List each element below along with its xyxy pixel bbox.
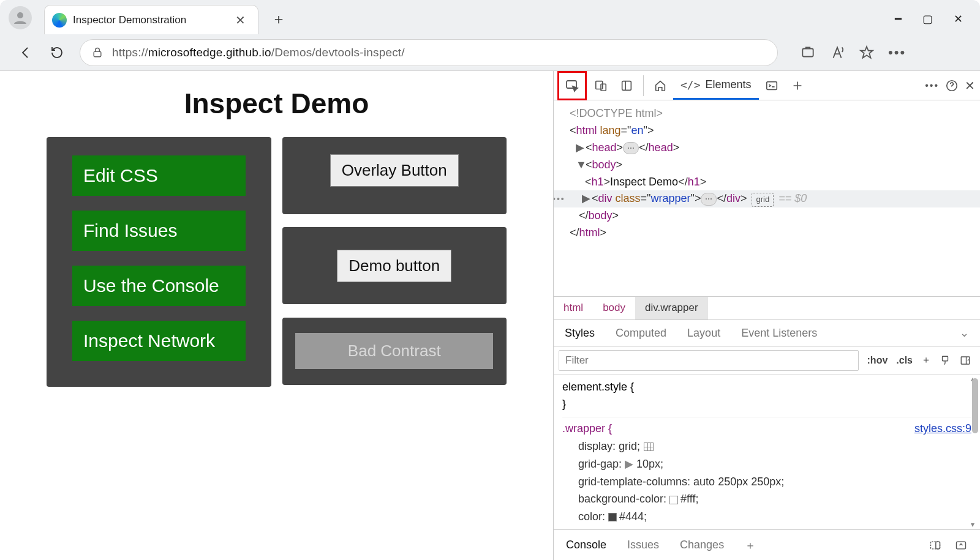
dom-breadcrumbs: html body div.wrapper xyxy=(554,296,980,320)
svg-rect-2 xyxy=(802,48,813,56)
computed-panel-icon[interactable] xyxy=(959,355,971,366)
console-tab-icon[interactable] xyxy=(759,73,785,99)
tab-computed[interactable]: Computed xyxy=(616,327,666,340)
card-bad: Bad Contrast xyxy=(282,318,507,385)
rendered-page: Inspect Demo Overlay Button Edit CSS Fin… xyxy=(0,71,553,560)
overlay-button[interactable]: Overlay Button xyxy=(330,154,459,187)
svg-rect-13 xyxy=(936,542,940,549)
link-edit-css[interactable]: Edit CSS xyxy=(72,155,246,196)
browser-titlebar: Inspector Demonstration ✕ ＋ ━ ▢ ✕ xyxy=(0,0,980,34)
svg-point-0 xyxy=(17,12,23,18)
styles-toolbar: :hov .cls ＋ xyxy=(554,347,980,374)
styles-tabstrip: Styles Computed Layout Event Listeners ⌄ xyxy=(554,320,980,347)
bad-contrast-button[interactable]: Bad Contrast xyxy=(295,333,493,369)
read-aloud-icon[interactable] xyxy=(829,45,845,61)
link-find-issues[interactable]: Find Issues xyxy=(72,211,246,251)
toolbar-right: ••• xyxy=(800,45,904,61)
maximize-icon[interactable]: ▢ xyxy=(922,12,933,26)
more-icon[interactable]: ••• xyxy=(888,45,904,61)
svg-rect-6 xyxy=(622,81,631,90)
address-bar: https://microsoftedge.github.io/Demos/de… xyxy=(0,34,980,71)
screencast-button[interactable] xyxy=(614,73,639,99)
drawer-console[interactable]: Console xyxy=(566,539,606,551)
card-links: Edit CSS Find Issues Use the Console Ins… xyxy=(47,137,271,387)
svg-rect-8 xyxy=(766,81,777,89)
url-text: https://microsoftedge.github.io/Demos/de… xyxy=(112,46,405,59)
tab-styles[interactable]: Styles xyxy=(565,327,595,340)
stylesheet-link[interactable]: styles.css:9 xyxy=(914,420,971,438)
tab-layout[interactable]: Layout xyxy=(687,327,720,340)
crumb-wrapper[interactable]: div.wrapper xyxy=(635,297,708,319)
url-box[interactable]: https://microsoftedge.github.io/Demos/de… xyxy=(80,39,778,66)
svg-rect-10 xyxy=(943,356,948,361)
page-title: Inspect Demo xyxy=(6,87,547,120)
card-demo: Demo button xyxy=(282,227,507,304)
new-tab-button[interactable]: ＋ xyxy=(267,7,290,31)
browser-tab[interactable]: Inspector Demonstration ✕ xyxy=(44,5,258,34)
inspect-element-button[interactable] xyxy=(557,71,587,100)
svg-rect-4 xyxy=(596,81,603,89)
dom-selected-node[interactable]: ▶<div class="wrapper">⋯</div>grid== $0 xyxy=(554,190,980,207)
styles-filter-input[interactable] xyxy=(559,350,859,371)
svg-rect-1 xyxy=(94,51,101,56)
svg-rect-14 xyxy=(957,542,966,549)
styles-more-icon[interactable]: ⌄ xyxy=(960,326,969,340)
reload-button[interactable] xyxy=(49,45,65,61)
drawer-changes[interactable]: Changes xyxy=(680,539,724,551)
hov-toggle[interactable]: :hov xyxy=(867,355,888,366)
devtools-more-icon[interactable]: ••• xyxy=(925,80,939,91)
card-overlay: Overlay Button xyxy=(282,137,507,214)
drawer-add-icon[interactable]: ＋ xyxy=(745,538,756,553)
paint-icon[interactable] xyxy=(940,355,951,366)
crumb-body[interactable]: body xyxy=(593,297,635,319)
dock-icon[interactable] xyxy=(929,539,942,551)
device-emulation-button[interactable] xyxy=(588,73,614,99)
devtools-panel: </> Elements ••• ✕ <!DOCTYPE html> <html… xyxy=(553,71,980,560)
svg-rect-12 xyxy=(931,542,940,549)
welcome-tab[interactable] xyxy=(647,73,673,99)
app-icon[interactable] xyxy=(800,45,816,61)
dom-tree[interactable]: <!DOCTYPE html> <html lang="en"> ▶<head>… xyxy=(554,100,980,296)
tab-close-icon[interactable]: ✕ xyxy=(232,12,249,29)
drawer-issues[interactable]: Issues xyxy=(627,539,659,551)
minimize-icon[interactable]: ━ xyxy=(895,12,902,26)
new-style-rule-icon[interactable]: ＋ xyxy=(921,354,931,367)
close-window-icon[interactable]: ✕ xyxy=(954,12,963,26)
demo-button[interactable]: Demo button xyxy=(337,250,451,282)
back-button[interactable] xyxy=(18,45,34,61)
crumb-html[interactable]: html xyxy=(554,297,593,319)
demo-wrapper: Overlay Button Edit CSS Find Issues Use … xyxy=(6,137,547,387)
devtools-close-icon[interactable]: ✕ xyxy=(965,78,975,93)
drawer-tabstrip: Console Issues Changes ＋ xyxy=(554,529,980,560)
expand-drawer-icon[interactable] xyxy=(954,539,968,551)
style-rules[interactable]: ▴▾ element.style { } styles.css:9 .wrapp… xyxy=(554,375,980,529)
elements-tab[interactable]: </> Elements xyxy=(673,72,759,100)
link-inspect-network[interactable]: Inspect Network xyxy=(72,321,246,361)
window-controls: ━ ▢ ✕ xyxy=(895,12,975,34)
edge-icon xyxy=(52,13,67,28)
link-use-console[interactable]: Use the Console xyxy=(72,266,246,306)
profile-avatar[interactable] xyxy=(9,6,32,29)
favorite-icon[interactable] xyxy=(859,45,875,61)
add-tab-button[interactable] xyxy=(785,73,810,99)
rules-scrollbar[interactable]: ▴▾ xyxy=(970,375,979,529)
tab-event-listeners[interactable]: Event Listeners xyxy=(741,327,817,340)
devtools-tabstrip: </> Elements ••• ✕ xyxy=(554,71,980,100)
tab-title: Inspector Demonstration xyxy=(73,14,186,26)
lock-icon xyxy=(91,47,104,59)
svg-rect-5 xyxy=(601,84,606,91)
help-icon[interactable] xyxy=(945,79,959,92)
cls-toggle[interactable]: .cls xyxy=(896,355,913,366)
